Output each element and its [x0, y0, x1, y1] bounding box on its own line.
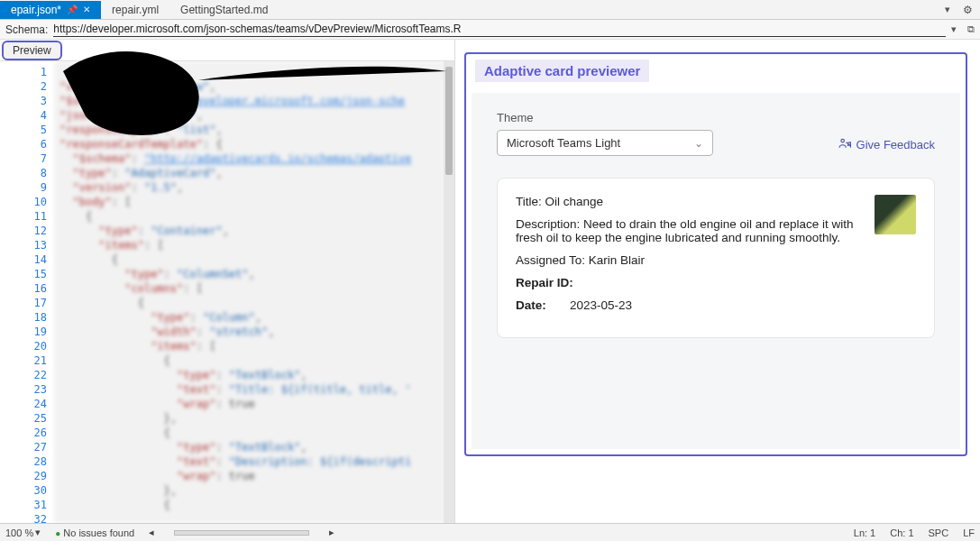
- preview-pane: Adaptive card previewer Theme Microsoft …: [455, 40, 980, 523]
- indent-mode[interactable]: SPC: [929, 527, 949, 538]
- code-editor[interactable]: "version": "devPreview", "$schema": "htt…: [54, 61, 454, 523]
- card-assigned-to: Assigned To: Karin Blair: [516, 253, 862, 267]
- tab-bar: epair.json* 📌 ✕ repair.yml GettingStarte…: [0, 0, 980, 20]
- gear-icon[interactable]: ⚙: [956, 4, 980, 16]
- theme-select[interactable]: Microsoft Teams Light ⌄: [497, 130, 713, 156]
- pin-icon[interactable]: 📌: [67, 5, 78, 14]
- card-description: Description: Need to drain the old engin…: [516, 217, 862, 244]
- zoom-level[interactable]: 100 % ▾: [5, 527, 41, 538]
- tab-repair-yml[interactable]: repair.yml: [101, 1, 169, 19]
- card-repair-id: Repair ID:: [516, 276, 862, 289]
- chevron-down-icon: ▾: [35, 527, 41, 538]
- line-gutter: 1234567891011121314151617181920212223242…: [0, 61, 54, 523]
- theme-label: Theme: [497, 111, 713, 124]
- tab-getting-started[interactable]: GettingStarted.md: [169, 1, 279, 19]
- tab-label: repair.yml: [112, 4, 159, 16]
- svg-point-0: [840, 139, 844, 142]
- previewer-title: Adaptive card previewer: [475, 60, 649, 82]
- chevron-down-icon: ⌄: [694, 137, 703, 150]
- card-date: Date: 2023-05-23: [516, 298, 862, 312]
- horizontal-scroll-left[interactable]: ◂: [149, 527, 154, 538]
- tab-repair-json[interactable]: epair.json* 📌 ✕: [0, 1, 101, 19]
- adaptive-card: Title: Oil change Description: Need to d…: [497, 178, 935, 338]
- give-feedback-link[interactable]: Give Feedback: [838, 137, 935, 156]
- issues-status[interactable]: ● No issues found: [55, 527, 134, 538]
- schema-url[interactable]: https://developer.microsoft.com/json-sch…: [53, 23, 946, 37]
- vertical-scrollbar[interactable]: [444, 61, 454, 523]
- preview-button[interactable]: Preview: [2, 41, 62, 60]
- feedback-icon: [838, 137, 851, 152]
- previewer-box: Adaptive card previewer Theme Microsoft …: [464, 52, 967, 456]
- status-bar: 100 % ▾ ● No issues found ◂ ▸ Ln: 1 Ch: …: [0, 523, 980, 541]
- theme-selected-value: Microsoft Teams Light: [507, 136, 620, 150]
- editor-pane: Preview 12345678910111213141516171819202…: [0, 40, 455, 523]
- line-ending[interactable]: LF: [963, 527, 975, 538]
- split-editor-icon[interactable]: ⧉: [962, 23, 980, 35]
- card-title: Title: Oil change: [516, 195, 862, 208]
- cursor-line[interactable]: Ln: 1: [854, 527, 875, 538]
- horizontal-scroll-right[interactable]: ▸: [329, 527, 334, 538]
- window-dropdown-icon[interactable]: ▾: [939, 4, 956, 15]
- horizontal-scrollbar[interactable]: [174, 530, 309, 536]
- card-image: [875, 195, 916, 234]
- schema-dropdown-icon[interactable]: ▾: [946, 23, 962, 35]
- schema-label: Schema:: [0, 23, 53, 36]
- tab-label: GettingStarted.md: [180, 4, 268, 16]
- close-icon[interactable]: ✕: [83, 5, 90, 14]
- tab-label: epair.json*: [11, 4, 61, 16]
- cursor-col[interactable]: Ch: 1: [890, 527, 913, 538]
- schema-bar: Schema: https://developer.microsoft.com/…: [0, 20, 980, 40]
